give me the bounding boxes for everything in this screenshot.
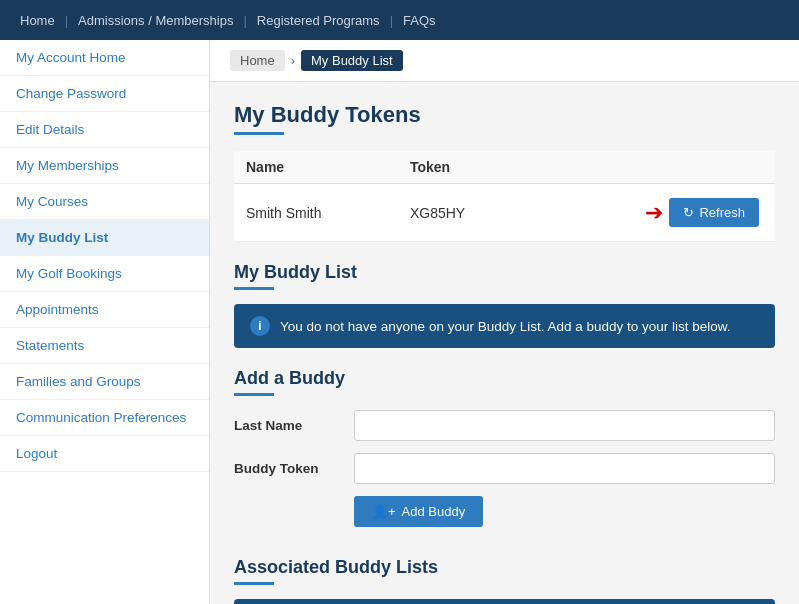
- sidebar-item-statements[interactable]: Statements: [0, 328, 209, 364]
- buddy-token-input[interactable]: [354, 453, 775, 484]
- sidebar-item-appointments[interactable]: Appointments: [0, 292, 209, 328]
- breadcrumb: Home › My Buddy List: [210, 40, 799, 82]
- col-token: Token: [398, 151, 529, 184]
- sidebar-item-my-courses[interactable]: My Courses: [0, 184, 209, 220]
- last-name-group: Last Name: [234, 410, 775, 441]
- nav-programs[interactable]: Registered Programs: [247, 13, 390, 28]
- add-buddy-button[interactable]: 👤+ Add Buddy: [354, 496, 483, 527]
- info-icon: i: [250, 316, 270, 336]
- nav-faqs[interactable]: FAQs: [393, 13, 446, 28]
- cell-token: XG85HY: [398, 184, 529, 242]
- sidebar-item-communication-prefs[interactable]: Communication Preferences: [0, 400, 209, 436]
- cell-name: Smith Smith: [234, 184, 398, 242]
- add-buddy-icon: 👤+: [372, 504, 396, 519]
- refresh-label: Refresh: [699, 205, 745, 220]
- col-action: [529, 151, 775, 184]
- title-underline: [234, 132, 284, 135]
- last-name-input[interactable]: [354, 410, 775, 441]
- sidebar-item-my-memberships[interactable]: My Memberships: [0, 148, 209, 184]
- buddy-token-label: Buddy Token: [234, 461, 354, 476]
- breadcrumb-current: My Buddy List: [301, 50, 403, 71]
- add-buddy-label: Add Buddy: [402, 504, 466, 519]
- last-name-label: Last Name: [234, 418, 354, 433]
- buddy-list-title: My Buddy List: [234, 262, 775, 283]
- sidebar-item-my-golf-bookings[interactable]: My Golf Bookings: [0, 256, 209, 292]
- refresh-button[interactable]: ↻ Refresh: [669, 198, 759, 227]
- main-content: Home › My Buddy List My Buddy Tokens Nam…: [210, 40, 799, 604]
- arrow-icon: ➔: [645, 200, 663, 226]
- add-buddy-title: Add a Buddy: [234, 368, 775, 389]
- top-navigation: Home | Admissions / Memberships | Regist…: [0, 0, 799, 40]
- add-buddy-underline: [234, 393, 274, 396]
- associated-underline: [234, 582, 274, 585]
- nav-home[interactable]: Home: [20, 13, 65, 28]
- sidebar-item-families-groups[interactable]: Families and Groups: [0, 364, 209, 400]
- associated-title: Associated Buddy Lists: [234, 557, 775, 578]
- sidebar: My Account Home Change Password Edit Det…: [0, 40, 210, 604]
- cell-refresh: ➔ ↻ Refresh: [529, 184, 775, 242]
- sidebar-item-change-password[interactable]: Change Password: [0, 76, 209, 112]
- buddy-list-message-banner: i You do not have anyone on your Buddy L…: [234, 304, 775, 348]
- page-title: My Buddy Tokens: [234, 102, 775, 128]
- token-table: Name Token Smith Smith XG85HY ➔: [234, 151, 775, 242]
- sidebar-item-edit-details[interactable]: Edit Details: [0, 112, 209, 148]
- buddy-list-message: You do not have anyone on your Buddy Lis…: [280, 319, 731, 334]
- sidebar-item-my-account-home[interactable]: My Account Home: [0, 40, 209, 76]
- buddy-token-group: Buddy Token: [234, 453, 775, 484]
- refresh-icon: ↻: [683, 205, 694, 220]
- buddy-list-underline: [234, 287, 274, 290]
- nav-admissions[interactable]: Admissions / Memberships: [68, 13, 243, 28]
- refresh-cell: ➔ ↻ Refresh: [541, 194, 767, 231]
- sidebar-item-logout[interactable]: Logout: [0, 436, 209, 472]
- col-name: Name: [234, 151, 398, 184]
- breadcrumb-separator: ›: [291, 53, 295, 68]
- sidebar-item-my-buddy-list[interactable]: My Buddy List: [0, 220, 209, 256]
- table-row: Smith Smith XG85HY ➔ ↻ Refresh: [234, 184, 775, 242]
- breadcrumb-home[interactable]: Home: [230, 50, 285, 71]
- associated-message-banner: i You do not belong to any Buddy Lists.: [234, 599, 775, 604]
